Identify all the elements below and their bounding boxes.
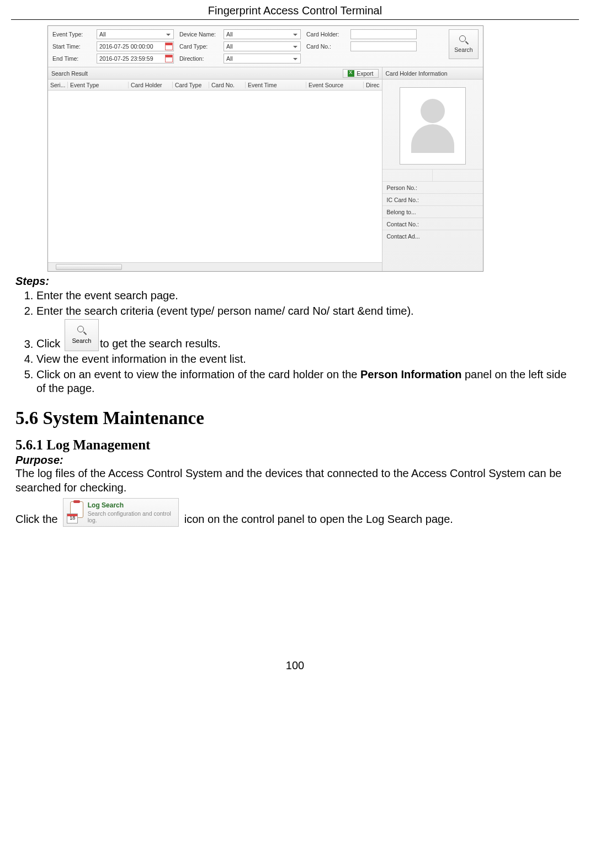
search-icon (459, 35, 468, 44)
section-5-6-1-heading: 5.6.1 Log Management (15, 437, 575, 453)
result-grid[interactable] (48, 91, 382, 262)
section-5-6-heading: 5.6 System Maintenance (15, 408, 575, 428)
step-4: View the event information in the event … (36, 352, 575, 367)
belong-to-label: Belong to... (382, 209, 426, 215)
event-type-label: Event Type: (52, 31, 91, 38)
event-search-screenshot: Event Type: All Device Name: All Card Ho… (47, 25, 483, 272)
purpose-text: The log files of the Access Control Syst… (15, 467, 575, 495)
direction-select[interactable]: All (224, 54, 301, 63)
end-time-label: End Time: (52, 55, 91, 62)
excel-icon (348, 70, 354, 77)
contact-addr-label: Contact Ad... (382, 233, 426, 240)
card-type-label: Card Type: (179, 43, 218, 50)
steps-list: Enter the event search page. Enter the s… (36, 289, 575, 396)
step-1: Enter the event search page. (36, 289, 575, 303)
person-silhouette-icon (408, 96, 458, 156)
start-time-label: Start Time: (52, 43, 91, 50)
end-time-input[interactable]: 2016-07-25 23:59:59 (97, 54, 174, 63)
page-header: Fingerprint Access Control Terminal (11, 0, 579, 20)
steps-heading: Steps: (15, 275, 575, 288)
log-search-icon: 18 (67, 501, 84, 523)
device-name-label: Device Name: (179, 31, 218, 38)
card-no-label: Card No.: (306, 43, 345, 50)
device-name-select[interactable]: All (224, 29, 301, 39)
step-2: Enter the search criteria (event type/ p… (36, 304, 575, 319)
purpose-heading: Purpose: (15, 454, 575, 467)
card-type-select[interactable]: All (224, 41, 301, 51)
inline-search-button: Search (65, 319, 99, 351)
photo-placeholder (400, 87, 466, 165)
person-no-label: Person No.: (382, 184, 426, 191)
contact-no-label: Contact No.: (382, 221, 426, 227)
horizontal-scrollbar[interactable] (48, 262, 382, 271)
search-result-label: Search Result (51, 70, 88, 77)
card-holder-input[interactable] (350, 29, 417, 39)
export-button[interactable]: Export (343, 69, 378, 78)
search-button[interactable]: Search (449, 29, 479, 59)
card-holder-label: Card Holder: (306, 31, 345, 38)
page-number: 100 (0, 659, 590, 683)
step-5: Click on an event to view the informatio… (36, 368, 575, 396)
step-3: Click Searchto get the search results. (36, 319, 575, 351)
log-search-card: 18 Log Search Search configuration and c… (63, 498, 179, 527)
calendar-icon[interactable] (165, 55, 173, 62)
event-type-select[interactable]: All (97, 29, 174, 39)
start-time-input[interactable]: 2016-07-25 00:00:00 (97, 41, 174, 51)
log-instruction: Click the 18 Log Search Search configura… (15, 498, 575, 527)
result-columns: Seri... Event Type Card Holder Card Type… (48, 80, 382, 91)
calendar-icon[interactable] (165, 43, 173, 50)
ic-card-no-label: IC Card No.: (382, 197, 426, 203)
direction-label: Direction: (179, 55, 218, 62)
card-no-input[interactable] (350, 41, 417, 51)
card-holder-info-header: Card Holder Information (382, 67, 483, 80)
search-icon (77, 326, 86, 335)
